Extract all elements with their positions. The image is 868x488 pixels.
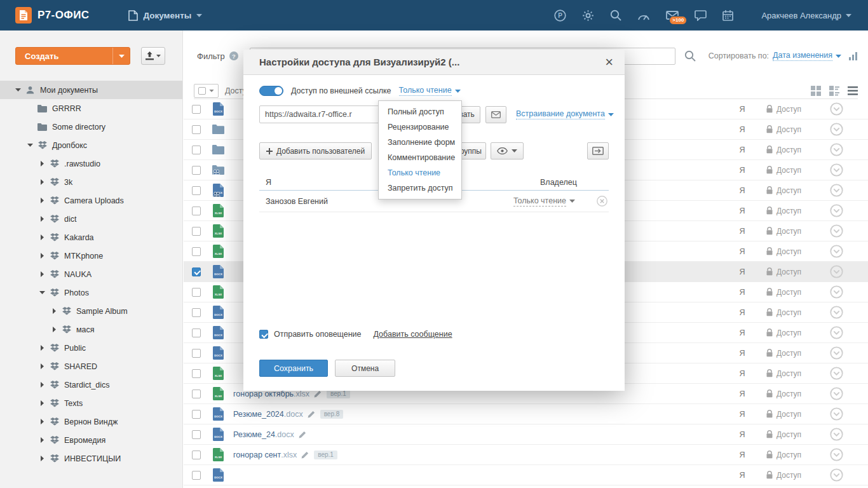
access-menu-item[interactable]: Запретить доступ [379,180,461,196]
select-all-checkbox[interactable] [198,87,206,95]
sidebar-item[interactable]: Public [0,339,182,357]
cancel-button[interactable]: Отмена [335,360,395,377]
file-title[interactable]: Резюме_2024 [233,410,284,419]
row-checkbox[interactable] [192,125,201,134]
upload-button[interactable] [141,47,165,65]
access-button[interactable]: Доступ [756,410,820,419]
row-actions-button[interactable] [820,346,853,360]
sidebar-item[interactable]: Вернон Виндж [0,412,182,431]
row-checkbox[interactable] [192,410,201,419]
access-button[interactable]: Доступ [756,268,820,276]
row-actions-button[interactable] [820,367,853,380]
caret-right-icon[interactable] [37,271,47,277]
sidebar-item[interactable]: Some directory [0,118,182,136]
access-menu-item[interactable]: Комментирование [379,150,461,165]
access-button[interactable]: Доступ [756,166,820,175]
access-button[interactable]: Доступ [756,329,820,337]
access-button[interactable]: Доступ [756,471,820,480]
access-button[interactable]: Доступ [756,349,820,358]
sidebar-item[interactable]: NAUKA [0,265,182,283]
caret-right-icon[interactable] [37,198,47,203]
add-message-link[interactable]: Добавить сообщение [374,330,452,339]
caret-right-icon[interactable] [37,400,47,406]
filter-help-icon[interactable]: ? [229,51,238,60]
row-checkbox[interactable] [192,369,201,378]
caret-right-icon[interactable] [37,161,47,166]
sort-value-dropdown[interactable]: Дата изменения [773,51,841,61]
brand-logo[interactable]: Р7-ОФИС [15,7,89,24]
chat-icon[interactable] [695,10,707,21]
row-actions-button[interactable] [820,428,853,441]
file-name[interactable]: Резюме_24.docx [233,430,728,439]
row-actions-button[interactable] [820,285,853,299]
access-menu-item[interactable]: Заполнение форм [379,135,461,150]
caret-right-icon[interactable] [37,179,47,185]
access-menu-item[interactable]: Полный доступ [379,104,461,119]
sidebar-item[interactable]: SHARED [0,357,182,376]
sidebar-item[interactable]: MTKphone [0,247,182,265]
user-access-dropdown[interactable]: Только чтение [513,196,575,207]
row-actions-button[interactable] [820,163,853,177]
sidebar-item[interactable]: Texts [0,394,182,412]
caret-right-icon[interactable] [37,253,47,259]
save-button[interactable]: Сохранить [259,360,328,377]
access-button[interactable]: Доступ [756,227,820,236]
row-actions-button[interactable] [820,123,853,136]
caret-right-icon[interactable] [37,419,47,424]
caret-down-icon[interactable] [37,291,47,294]
row-checkbox[interactable] [192,247,201,256]
sidebar-item[interactable]: мася [0,320,182,339]
sidebar-item[interactable]: Kakarda [0,228,182,247]
access-button[interactable]: Доступ [756,125,820,134]
caret-down-icon[interactable] [13,88,23,92]
access-button[interactable]: Доступ [756,105,820,114]
file-row[interactable]: DOCXЯДоступ [184,465,868,485]
caret-right-icon[interactable] [37,345,47,351]
search-icon[interactable] [610,10,621,21]
sidebar-item[interactable]: ИНВЕСТИЦЫИ [0,449,182,468]
file-row[interactable]: DOCXРезюме_24.docxЯДоступ [184,424,868,445]
file-title[interactable]: гонорар сент [233,451,281,459]
select-all-control[interactable] [194,84,219,98]
row-checkbox[interactable] [192,288,201,297]
thumbnails-view-icon[interactable] [811,86,821,96]
access-button[interactable]: Доступ [756,369,820,378]
caret-right-icon[interactable] [37,456,47,461]
sidebar-item[interactable]: GRRRR [0,99,182,118]
row-checkbox[interactable] [192,227,201,236]
sidebar-item[interactable]: Мои документы [0,81,182,99]
caret-right-icon[interactable] [37,382,47,388]
access-button[interactable]: Доступ [756,146,820,154]
external-link-toggle[interactable] [259,86,283,96]
mail-icon[interactable]: >100 [666,11,679,20]
caret-right-icon[interactable] [49,327,59,332]
external-access-button[interactable] [587,142,609,159]
performance-icon[interactable] [637,11,650,20]
access-button[interactable]: Доступ [756,288,820,297]
add-users-button[interactable]: Добавить пользователей [259,142,372,159]
caret-down-icon[interactable] [25,144,35,147]
row-actions-button[interactable] [820,468,853,482]
settings-icon[interactable] [582,10,594,22]
row-actions-button[interactable] [820,448,853,461]
sidebar-item[interactable]: 3k [0,173,182,191]
row-actions-button[interactable] [820,326,853,339]
file-row[interactable]: DOCXРезюме_2024.docxвер.8ЯДоступ [184,404,868,424]
file-name[interactable]: гонорар сент.xlsxвер.1 [233,451,728,459]
row-actions-button[interactable] [820,245,853,258]
row-checkbox[interactable] [192,166,201,175]
row-actions-button[interactable] [820,143,853,156]
file-row[interactable]: XLSXгонорар сент.xlsxвер.1ЯДоступ [184,445,868,465]
row-actions-button[interactable] [820,204,853,217]
remove-user-icon[interactable] [597,196,607,207]
send-link-mail-button[interactable] [485,106,506,123]
close-icon[interactable]: × [605,55,613,69]
row-checkbox[interactable] [192,268,201,276]
link-access-dropdown[interactable]: Только чтение [399,86,461,96]
row-actions-button[interactable] [820,102,853,116]
list-view-icon[interactable] [848,86,858,95]
row-actions-button[interactable] [820,387,853,400]
row-actions-button[interactable] [820,224,853,238]
row-checkbox[interactable] [192,186,201,195]
user-menu[interactable]: Аракчеев Александр [761,11,851,20]
